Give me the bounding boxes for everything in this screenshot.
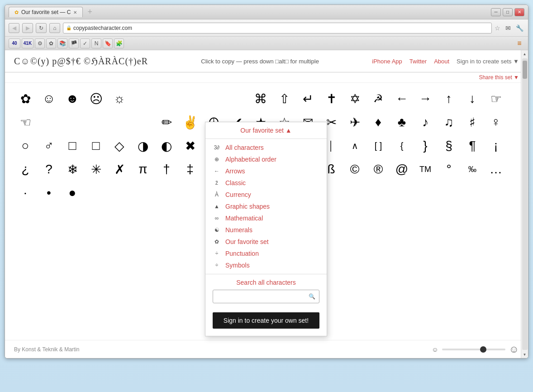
ext-check-icon[interactable]: ✓: [80, 38, 90, 48]
char-frown[interactable]: ☹: [85, 87, 107, 110]
char-cmd[interactable]: ⌘: [249, 87, 272, 110]
menu-item-classic[interactable]: ž Classic: [205, 177, 327, 189]
char-brackets[interactable]: [ ]: [367, 134, 390, 157]
char-brace[interactable]: {: [390, 134, 413, 157]
char-arrow-up-hollow[interactable]: ⇧: [273, 87, 295, 110]
char-double-dagger[interactable]: ‡: [179, 158, 201, 181]
scroll-thumb[interactable]: [523, 61, 527, 79]
bookmark-star-icon[interactable]: ☆: [495, 24, 500, 32]
char-clubs[interactable]: ♣: [390, 111, 413, 134]
browser-tab[interactable]: ✿ Our favorite set — C ✕: [9, 7, 83, 17]
menu-item-currency[interactable]: À Currency: [205, 189, 327, 201]
char-dagger[interactable]: †: [155, 158, 178, 181]
char-cross-heavy[interactable]: ✖: [179, 134, 201, 157]
char-special[interactable]: ✗: [108, 158, 131, 181]
ext-bookmark-icon[interactable]: 🔖: [103, 38, 113, 48]
char-at[interactable]: @: [390, 158, 413, 181]
char-cross[interactable]: ✝: [320, 87, 343, 110]
menu-item-all-characters[interactable]: 3∂ All characters: [205, 142, 327, 153]
menu-item-alphabetical[interactable]: ⊕ Alphabetical order: [205, 153, 327, 165]
menu-item-numerals[interactable]: ☯ Numerals: [205, 224, 327, 236]
char-arrow-down[interactable]: ↓: [461, 87, 484, 110]
new-tab-button[interactable]: +: [87, 7, 92, 17]
char-sickle[interactable]: ☭: [367, 87, 390, 110]
char-diamond-sm[interactable]: ◇: [108, 134, 131, 157]
char-male[interactable]: ♂: [38, 134, 60, 157]
char-section[interactable]: §: [438, 134, 460, 157]
ext-n-icon[interactable]: N: [91, 38, 101, 48]
char-sharp[interactable]: ♯: [461, 111, 484, 134]
iphone-app-link[interactable]: iPhone App: [372, 58, 402, 65]
tab-close-button[interactable]: ✕: [73, 10, 77, 15]
menu-item-symbols[interactable]: ÷ Symbols: [205, 259, 327, 271]
close-button[interactable]: ✕: [514, 8, 524, 16]
char-ellipsis[interactable]: …: [485, 158, 507, 181]
char-half-circle-r[interactable]: ◑: [132, 134, 154, 157]
home-button[interactable]: ⌂: [49, 23, 60, 33]
menu-item-punctuation[interactable]: ÷ Punctuation: [205, 248, 327, 259]
char-degree[interactable]: °: [438, 158, 460, 181]
scroll-down-button[interactable]: ▼: [521, 351, 528, 358]
char-flower[interactable]: ✿: [14, 87, 37, 110]
char-hand-right[interactable]: ☞: [485, 87, 507, 110]
char-return[interactable]: ↵: [296, 87, 319, 110]
char-half-circle-l[interactable]: ◐: [155, 134, 178, 157]
char-close-brace[interactable]: }: [414, 134, 437, 157]
char-hand-left[interactable]: ☜: [14, 111, 37, 134]
sign-in-create-button[interactable]: Sign in to create your own set!: [213, 312, 319, 329]
menu-item-mathematical[interactable]: ∞ Mathematical: [205, 212, 327, 224]
menu-item-favorite[interactable]: ✿ Our favorite set: [205, 236, 327, 248]
char-smiley[interactable]: ☺: [38, 87, 60, 110]
char-pi[interactable]: π: [132, 158, 154, 181]
forward-button[interactable]: ▶: [22, 23, 33, 33]
search-input[interactable]: [217, 292, 309, 301]
slider-track[interactable]: [442, 349, 505, 350]
char-trademark[interactable]: TM: [414, 158, 437, 181]
char-note2[interactable]: ♫: [438, 111, 460, 134]
ext-puzzle-icon[interactable]: 🧩: [114, 38, 124, 48]
char-permille[interactable]: ‰: [461, 158, 484, 181]
char-bullet-large[interactable]: ●: [61, 182, 84, 204]
char-arrow-up[interactable]: ↑: [438, 87, 460, 110]
char-smiley-filled[interactable]: ☻: [61, 87, 84, 110]
char-asterisk[interactable]: ✳: [85, 158, 107, 181]
char-pencil[interactable]: ✏: [155, 111, 178, 134]
char-arrow-right[interactable]: →: [414, 87, 437, 110]
reload-button[interactable]: ↻: [36, 23, 47, 33]
menu-icon[interactable]: ≡: [514, 38, 524, 48]
char-pilcrow[interactable]: ¶: [461, 134, 484, 157]
scroll-up-button[interactable]: ▲: [521, 50, 528, 57]
addon-icon1[interactable]: 🔧: [514, 23, 524, 33]
char-box[interactable]: □: [85, 134, 107, 157]
char-registered[interactable]: ®: [367, 158, 390, 181]
minimize-button[interactable]: ─: [491, 8, 501, 16]
mail-icon[interactable]: ✉: [503, 23, 513, 33]
ext-flower-icon[interactable]: ✿: [46, 38, 56, 48]
back-button[interactable]: ◀: [9, 23, 19, 33]
twitter-link[interactable]: Twitter: [409, 58, 427, 65]
slider-thumb[interactable]: [480, 346, 486, 353]
share-set-label[interactable]: Share this set ▼: [479, 74, 519, 81]
char-bullet[interactable]: •: [38, 182, 60, 204]
char-plane[interactable]: ✈: [343, 111, 366, 134]
menu-item-arrows[interactable]: ← Arrows: [205, 165, 327, 177]
scroll-track[interactable]: [522, 58, 528, 350]
char-inverted-quest[interactable]: ¿: [14, 158, 37, 181]
char-caret[interactable]: ∧: [343, 134, 366, 157]
char-arrow-left[interactable]: ←: [390, 87, 413, 110]
ext-settings-icon[interactable]: ⚙: [35, 38, 45, 48]
about-link[interactable]: About: [434, 58, 449, 65]
char-question[interactable]: ?: [38, 158, 60, 181]
sign-in-header[interactable]: Sign in to create sets ▼: [457, 58, 519, 65]
char-snowflake[interactable]: ❄: [61, 158, 84, 181]
char-sun[interactable]: ☼: [108, 87, 131, 110]
char-note1[interactable]: ♪: [414, 111, 437, 134]
ext-badge-41k[interactable]: 41K: [22, 38, 33, 48]
url-bar[interactable]: 🔒 copypastecharacter.com: [63, 23, 492, 33]
menu-item-graphic[interactable]: ▲ Graphic shapes: [205, 201, 327, 212]
char-square-outline[interactable]: □: [61, 134, 84, 157]
ext-badge-40[interactable]: 40: [9, 38, 20, 48]
ext-book-icon[interactable]: 📚: [57, 38, 67, 48]
char-star-david[interactable]: ✡: [343, 87, 366, 110]
char-copyright[interactable]: ©: [343, 158, 366, 181]
